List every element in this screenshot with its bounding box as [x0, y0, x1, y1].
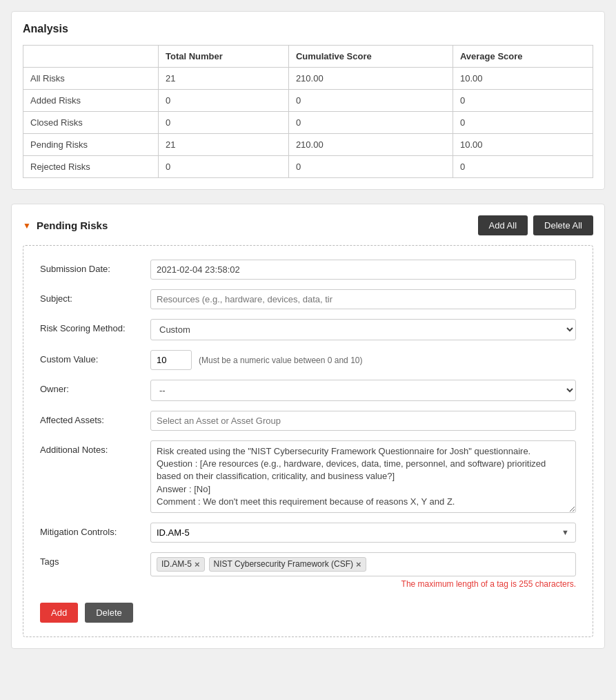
custom-value-row: Custom Value: (Must be a numeric value b… — [40, 350, 576, 370]
pending-actions: Add All Delete All — [478, 215, 593, 235]
table-row: Rejected Risks000 — [23, 156, 593, 178]
owner-select[interactable]: -- — [150, 380, 576, 401]
additional-notes-label: Additional Notes: — [40, 440, 150, 455]
custom-value-group: (Must be a numeric value between 0 and 1… — [150, 350, 362, 370]
analysis-table: Total Number Cumulative Score Average Sc… — [23, 45, 593, 178]
delete-button[interactable]: Delete — [85, 603, 133, 623]
tags-area: ID.AM-5 × NIST Cybersecurity Framework (… — [150, 552, 576, 589]
risk-scoring-select[interactable]: Custom Standard Calculated — [150, 319, 576, 340]
add-all-button[interactable]: Add All — [478, 215, 528, 235]
custom-value-label: Custom Value: — [40, 350, 150, 364]
pending-title: Pending Risks — [37, 220, 108, 231]
affected-assets-label: Affected Assets: — [40, 411, 150, 425]
tag-label-idam5: ID.AM-5 — [161, 559, 192, 569]
pending-form-box: Submission Date: Subject: Risk Scoring M… — [23, 245, 593, 637]
mitigation-controls-select[interactable]: ID.AM-5 — [150, 523, 576, 543]
mitigation-controls-wrapper: ID.AM-5 ▼ — [150, 523, 576, 543]
table-row: Added Risks000 — [23, 90, 593, 112]
col-header-blank — [23, 46, 159, 68]
risk-scoring-row: Risk Scoring Method: Custom Standard Cal… — [40, 319, 576, 340]
mitigation-controls-label: Mitigation Controls: — [40, 523, 150, 537]
form-actions: Add Delete — [40, 603, 576, 623]
owner-label: Owner: — [40, 380, 150, 394]
analysis-panel: Analysis Total Number Cumulative Score A… — [11, 11, 605, 190]
tags-inner: ID.AM-5 × NIST Cybersecurity Framework (… — [157, 557, 570, 572]
tags-row: Tags ID.AM-5 × NIST Cybersecurity Framew… — [40, 552, 576, 589]
tag-label-nist: NIST Cybersecurity Framework (CSF) — [214, 559, 353, 569]
col-header-total: Total Number — [158, 46, 288, 68]
custom-value-hint: (Must be a numeric value between 0 and 1… — [199, 356, 362, 365]
tag-badge-idam5: ID.AM-5 × — [157, 557, 205, 572]
table-row: Closed Risks000 — [23, 112, 593, 134]
submission-date-row: Submission Date: — [40, 260, 576, 280]
custom-value-input[interactable] — [150, 350, 192, 370]
tags-container: ID.AM-5 × NIST Cybersecurity Framework (… — [150, 552, 576, 576]
subject-input[interactable] — [150, 289, 576, 309]
submission-date-input[interactable] — [150, 260, 576, 280]
tags-label: Tags — [40, 552, 150, 567]
tags-error: The maximum length of a tag is 255 chara… — [150, 579, 576, 589]
col-header-average: Average Score — [453, 46, 593, 68]
submission-date-label: Submission Date: — [40, 260, 150, 274]
table-row: Pending Risks21210.0010.00 — [23, 134, 593, 156]
affected-assets-row: Affected Assets: — [40, 411, 576, 431]
pending-title-group: ▼ Pending Risks — [23, 220, 108, 231]
pending-risks-panel: ▼ Pending Risks Add All Delete All Submi… — [11, 204, 605, 649]
subject-label: Subject: — [40, 289, 150, 304]
subject-row: Subject: — [40, 289, 576, 309]
analysis-title: Analysis — [23, 23, 593, 35]
tag-remove-idam5[interactable]: × — [195, 559, 200, 570]
add-button[interactable]: Add — [40, 603, 78, 623]
tag-remove-nist[interactable]: × — [356, 559, 361, 570]
affected-assets-input[interactable] — [150, 411, 576, 431]
additional-notes-row: Additional Notes: — [40, 440, 576, 513]
mitigation-controls-row: Mitigation Controls: ID.AM-5 ▼ — [40, 523, 576, 543]
table-row: All Risks21210.0010.00 — [23, 68, 593, 90]
owner-row: Owner: -- — [40, 380, 576, 401]
risk-scoring-label: Risk Scoring Method: — [40, 319, 150, 333]
pending-header: ▼ Pending Risks Add All Delete All — [23, 215, 593, 235]
triangle-icon: ▼ — [23, 221, 31, 231]
delete-all-button[interactable]: Delete All — [533, 215, 593, 235]
col-header-cumulative: Cumulative Score — [288, 46, 453, 68]
tag-badge-nist: NIST Cybersecurity Framework (CSF) × — [209, 557, 366, 572]
additional-notes-textarea[interactable] — [150, 440, 576, 513]
